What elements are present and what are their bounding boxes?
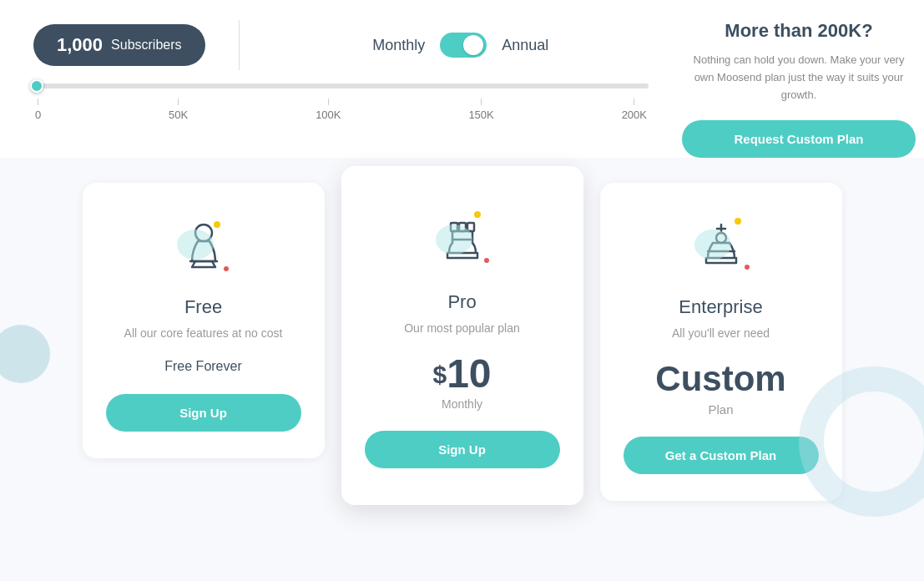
request-custom-plan-button[interactable]: Request Custom Plan — [682, 120, 916, 158]
custom-plan-headline: More than 200K? — [682, 20, 916, 42]
free-plan-name: Free — [106, 296, 301, 318]
dot-red-free — [224, 266, 229, 271]
tick-200k: 200K — [622, 99, 647, 121]
tick-label-0: 0 — [35, 109, 41, 121]
tick-mark — [328, 99, 329, 105]
billing-toggle: Monthly Annual — [273, 33, 649, 58]
tick-150k: 150K — [468, 99, 493, 121]
dot-yellow-pro — [474, 211, 481, 218]
pro-plan-icon — [429, 208, 496, 275]
tick-mark — [178, 99, 179, 105]
free-plan-desc: All our core features at no cost — [106, 325, 301, 342]
pro-plan-price: $10 — [365, 354, 560, 394]
left-controls: 1,000 Subscribers Monthly Annual — [33, 20, 649, 158]
dot-yellow-enterprise — [735, 218, 741, 225]
tick-label-150k: 150K — [468, 109, 493, 121]
pro-icon-blob — [436, 225, 472, 255]
free-plan-card: Free All our core features at no cost Fr… — [83, 183, 325, 458]
billing-toggle-switch[interactable] — [440, 33, 487, 58]
subscriber-label: Subscribers — [111, 38, 181, 53]
dot-yellow-free — [214, 221, 220, 228]
pro-price-dollar: $ — [432, 362, 447, 387]
enterprise-custom-sub: Plan — [624, 402, 819, 417]
free-plan-icon — [170, 213, 237, 280]
custom-plan-card: More than 200K? Nothing can hold you dow… — [682, 20, 916, 158]
subscriber-count: 1,000 — [57, 34, 103, 56]
pro-plan-name: Pro — [365, 291, 560, 313]
slider-section: 0 50K 100K 150K 200K — [33, 83, 649, 141]
dot-red-enterprise — [745, 265, 750, 270]
enterprise-custom-price: Custom — [624, 359, 819, 399]
controls-row: 1,000 Subscribers Monthly Annual — [33, 20, 649, 70]
tick-50k: 50K — [169, 99, 188, 121]
tick-label-100k: 100K — [316, 109, 341, 121]
toggle-knob — [463, 35, 483, 55]
slider-thumb[interactable] — [30, 79, 43, 93]
tick-mark — [481, 99, 482, 105]
pro-plan-card: Pro Our most popular plan $10 Monthly Si… — [341, 166, 583, 505]
top-section: 1,000 Subscribers Monthly Annual — [0, 0, 924, 158]
annual-label: Annual — [502, 37, 548, 54]
tick-0: 0 — [35, 99, 41, 121]
subscribers-pill[interactable]: 1,000 Subscribers — [33, 24, 205, 66]
tick-label-200k: 200K — [622, 109, 647, 121]
enterprise-plan-name: Enterprise — [624, 296, 819, 318]
enterprise-icon-blob — [694, 230, 731, 260]
tick-100k: 100K — [316, 99, 341, 121]
enterprise-cta-button[interactable]: Get a Custom Plan — [624, 437, 819, 474]
tick-label-50k: 50K — [169, 109, 188, 121]
free-icon-blob — [177, 230, 214, 260]
enterprise-plan-desc: All you'll ever need — [624, 325, 819, 342]
free-signup-button[interactable]: Sign Up — [106, 394, 301, 432]
enterprise-plan-icon — [688, 213, 755, 280]
pricing-cards: Free All our core features at no cost Fr… — [33, 183, 891, 505]
tick-mark — [38, 99, 38, 105]
tick-mark — [634, 99, 634, 105]
slider-track[interactable] — [33, 83, 649, 88]
vertical-divider — [239, 20, 240, 70]
pro-plan-desc: Our most popular plan — [365, 320, 560, 337]
pro-price-period: Monthly — [365, 397, 560, 411]
slider-ticks: 0 50K 100K 150K 200K — [33, 99, 649, 121]
pro-signup-button[interactable]: Sign Up — [365, 431, 560, 468]
monthly-label: Monthly — [372, 37, 425, 54]
free-plan-price-label: Free Forever — [106, 359, 301, 374]
pro-price-amount: 10 — [447, 351, 491, 396]
main-content: Free All our core features at no cost Fr… — [0, 158, 924, 530]
custom-plan-box: More than 200K? Nothing can hold you dow… — [649, 20, 891, 158]
dot-red-pro — [484, 258, 489, 263]
custom-plan-desc: Nothing can hold you down. Make your ver… — [682, 52, 916, 104]
